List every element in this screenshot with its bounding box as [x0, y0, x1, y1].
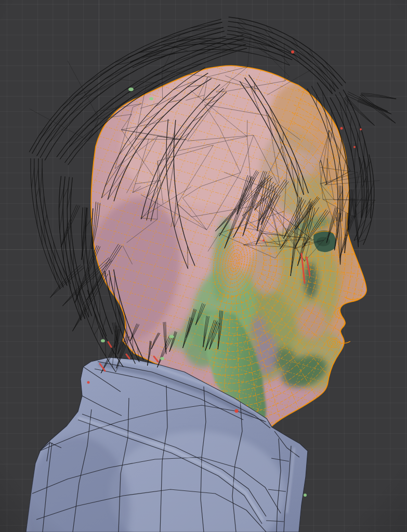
- blender-3d-viewport[interactable]: [0, 0, 407, 532]
- viewport-canvas[interactable]: [0, 0, 407, 532]
